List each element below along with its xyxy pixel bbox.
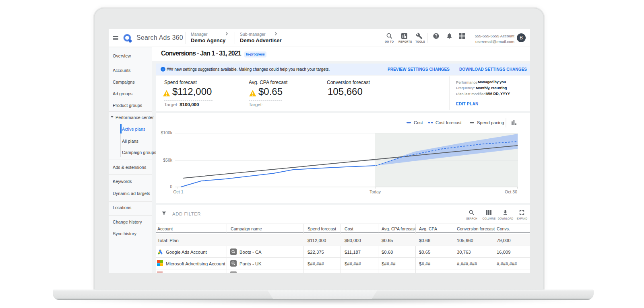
- svg-text:Cost: Cost: [414, 120, 423, 125]
- svg-text:Cost forecast: Cost forecast: [436, 120, 462, 125]
- svg-text:Today: Today: [369, 189, 381, 194]
- svg-text:$50k: $50k: [163, 158, 173, 162]
- svg-text:$100k: $100k: [161, 130, 172, 135]
- svg-text:Oct 30: Oct 30: [505, 189, 517, 194]
- svg-text:0: 0: [170, 184, 172, 189]
- svg-text:Oct 1: Oct 1: [173, 189, 183, 194]
- svg-text:Spend pacing: Spend pacing: [477, 120, 504, 125]
